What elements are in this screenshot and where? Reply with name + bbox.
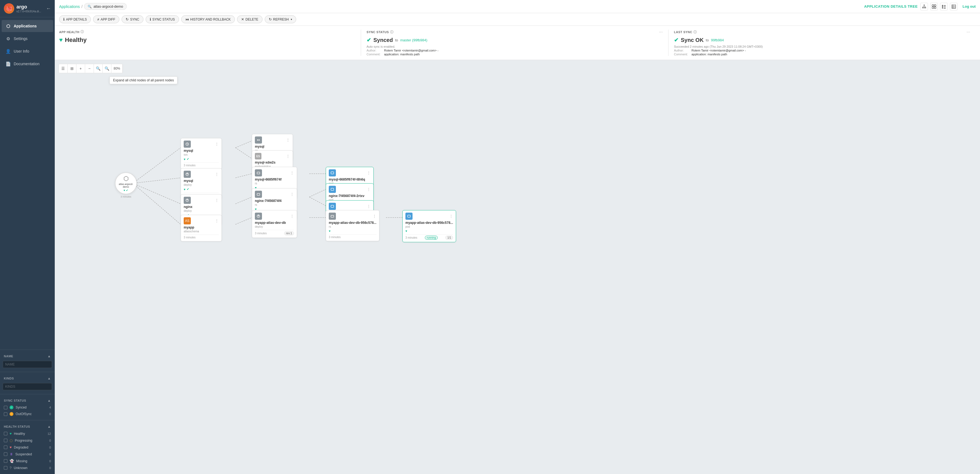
- health-filter-progressing[interactable]: ◌ Progressing 0: [0, 437, 55, 444]
- topbar-right: APPLICATION DETAILS TREE Log out: [864, 3, 975, 10]
- svg-line-31: [235, 197, 252, 204]
- expand-btn[interactable]: +: [76, 64, 85, 73]
- mysql-xdw2s-more[interactable]: ⋮: [286, 154, 290, 158]
- health-filter-degraded[interactable]: ♥ Degraded 0: [0, 444, 55, 451]
- sidebar-applications-label: Applications: [14, 24, 37, 28]
- progressing-checkbox[interactable]: [4, 439, 7, 442]
- app-health-panel: APP HEALTH ⓘ ♥ Healthy: [59, 30, 361, 56]
- view-tree-icon[interactable]: [920, 3, 928, 10]
- app-diff-button[interactable]: ≠ APP DIFF: [93, 15, 119, 23]
- mysql-svc-node[interactable]: ⋮ mysql svc ♥ ✔ 3 minutes: [181, 138, 222, 169]
- logout-button[interactable]: Log out: [963, 5, 975, 8]
- myapp-rs-node[interactable]: ⋮ myapp-atlas-dev-db-956c578... rs ♥ 3 m…: [326, 210, 379, 241]
- root-node[interactable]: ⬡ atlas-argocd-demo ♥ ✔ 3 minutes: [115, 172, 137, 198]
- health-filter-suspended[interactable]: ⏸ Suspended 0: [0, 451, 55, 458]
- sync-status-info-icon[interactable]: ⓘ: [390, 30, 394, 35]
- breadcrumb-applications-link[interactable]: Applications: [59, 5, 80, 9]
- logo-text: argo v2.7.6+00c914a.di...: [16, 4, 41, 13]
- name-filter-input[interactable]: [3, 361, 52, 368]
- last-sync-info-icon[interactable]: ⓘ: [694, 30, 697, 35]
- kinds-filter-title[interactable]: KINDS ▲: [0, 375, 55, 382]
- myapp-pod-heart: ♥: [406, 229, 407, 233]
- app-details-button[interactable]: ℹ APP DETAILS: [59, 15, 91, 23]
- mysql-deploy-more[interactable]: ⋮: [215, 172, 219, 176]
- sync-status-button[interactable]: ℹ SYNC STATUS: [146, 15, 179, 23]
- search-bar[interactable]: 🔍 atlas-argocd-demo: [84, 3, 126, 10]
- nginx-pod2-more[interactable]: ⋮: [367, 204, 371, 209]
- sync-button[interactable]: ↻ SYNC: [121, 15, 143, 23]
- history-rollback-button[interactable]: ⏮ HISTORY AND ROLLBACK: [181, 15, 235, 23]
- sidebar-userinfo-label: User Info: [14, 49, 29, 53]
- kinds-filter-input[interactable]: [3, 383, 52, 390]
- missing-icon: 👻: [10, 459, 14, 463]
- list-view-btn[interactable]: ☰: [59, 64, 68, 73]
- myapp-deploy-node[interactable]: ⋮ myapp-atlas-dev-db deploy 3 minutes re…: [252, 210, 297, 238]
- outofsync-checkbox[interactable]: [4, 412, 7, 416]
- logo-version: v2.7.6+00c914a.di...: [16, 10, 41, 13]
- view-grid-icon[interactable]: [930, 3, 938, 10]
- sidebar-item-user-info[interactable]: 👤 User Info: [2, 45, 53, 57]
- myapp-pod-more[interactable]: ⋮: [449, 214, 453, 219]
- myapp-pod-type: pod: [406, 225, 453, 228]
- sidebar-item-documentation[interactable]: 📄 Documentation: [2, 58, 53, 70]
- nginx-deploy-more[interactable]: ⋮: [215, 198, 219, 203]
- svg-line-34: [309, 189, 326, 197]
- health-filter-healthy[interactable]: ♥ Healthy 12: [0, 430, 55, 437]
- health-filter-missing[interactable]: 👻 Missing 0: [0, 458, 55, 464]
- view-table-icon[interactable]: [950, 3, 958, 10]
- health-status-title[interactable]: HEALTH STATUS ▲: [0, 423, 55, 430]
- sync-status-menu[interactable]: ···: [659, 30, 663, 35]
- svg-rect-57: [331, 188, 334, 190]
- svg-rect-18: [943, 8, 946, 8]
- sync-status-title[interactable]: SYNC STATUS ▲: [0, 397, 55, 404]
- zoom-out-btn[interactable]: 🔍: [94, 64, 103, 73]
- sync-branch[interactable]: master (99fb984): [400, 38, 427, 42]
- myapp-deploy-more[interactable]: ⋮: [290, 214, 294, 219]
- back-button[interactable]: ←: [46, 6, 51, 11]
- collapse-btn[interactable]: −: [85, 64, 94, 73]
- mysql-rs-more[interactable]: ⋮: [290, 171, 294, 175]
- suspended-count: 0: [49, 453, 51, 456]
- last-sync-branch[interactable]: 99fb984: [711, 38, 724, 42]
- last-sync-menu[interactable]: ···: [967, 30, 970, 35]
- sync-filter-synced[interactable]: ✓ Synced 4: [0, 404, 55, 411]
- refresh-button[interactable]: ↻ REFRESH ▾: [265, 15, 296, 23]
- sync-filter-outofsync[interactable]: ! OutOfSync 0: [0, 411, 55, 417]
- myapp-schema-node[interactable]: AS ⋮ myapp atlasschema 3 minutes: [181, 215, 222, 241]
- nginx-pod1-more[interactable]: ⋮: [367, 187, 371, 192]
- nginx-pod1-icon: [329, 186, 336, 193]
- myapp-schema-more[interactable]: ⋮: [215, 219, 219, 223]
- suspended-checkbox[interactable]: [4, 452, 7, 456]
- myapp-pod-node[interactable]: ⋮ myapp-atlas-dev-db-956c578... pod ♥ 3 …: [402, 210, 456, 242]
- mysql-xdw2s-name: mysql-xdw2s: [255, 161, 290, 164]
- health-filter-unknown[interactable]: ? Unknown 0: [0, 464, 55, 471]
- healthy-checkbox[interactable]: [4, 432, 7, 436]
- zoom-in-btn[interactable]: 🔍: [103, 64, 111, 73]
- grid-view-btn[interactable]: ⊞: [68, 64, 76, 73]
- last-sync-comment-row: Comment: application: manifests path: [674, 53, 970, 56]
- sync-comment-row: Comment: application: manifests path: [366, 53, 663, 56]
- name-filter-title[interactable]: NAME ▲: [0, 353, 55, 360]
- app-health-info-icon[interactable]: ⓘ: [81, 30, 84, 34]
- view-list-icon[interactable]: [940, 3, 948, 10]
- unknown-checkbox[interactable]: [4, 466, 7, 469]
- mysql-ep-more[interactable]: ⋮: [286, 138, 290, 142]
- nginx-rs-icon: [255, 191, 262, 198]
- sidebar-item-settings[interactable]: ⚙ Settings: [2, 33, 53, 45]
- svg-rect-9: [932, 5, 934, 6]
- mysql-deploy-type: deploy: [184, 183, 219, 186]
- nginx-rs-more[interactable]: ⋮: [290, 192, 294, 196]
- mysql-svc-more[interactable]: ⋮: [215, 142, 219, 146]
- myapp-rs-more[interactable]: ⋮: [372, 214, 376, 219]
- svg-rect-0: [924, 5, 925, 5]
- svc-icon: [184, 140, 191, 148]
- expand-tooltip: Expand all child nodes of all parent nod…: [110, 77, 177, 84]
- synced-checkbox[interactable]: [4, 406, 7, 409]
- synced-dot: ✓: [10, 405, 13, 409]
- history-label: HISTORY AND ROLLBACK: [190, 18, 231, 21]
- mysql-pod-more[interactable]: ⋮: [367, 171, 371, 175]
- delete-button[interactable]: ✕ DELETE: [237, 15, 262, 23]
- sidebar-item-applications[interactable]: ⬡ Applications: [2, 20, 53, 32]
- missing-checkbox[interactable]: [4, 459, 7, 463]
- degraded-checkbox[interactable]: [4, 445, 7, 449]
